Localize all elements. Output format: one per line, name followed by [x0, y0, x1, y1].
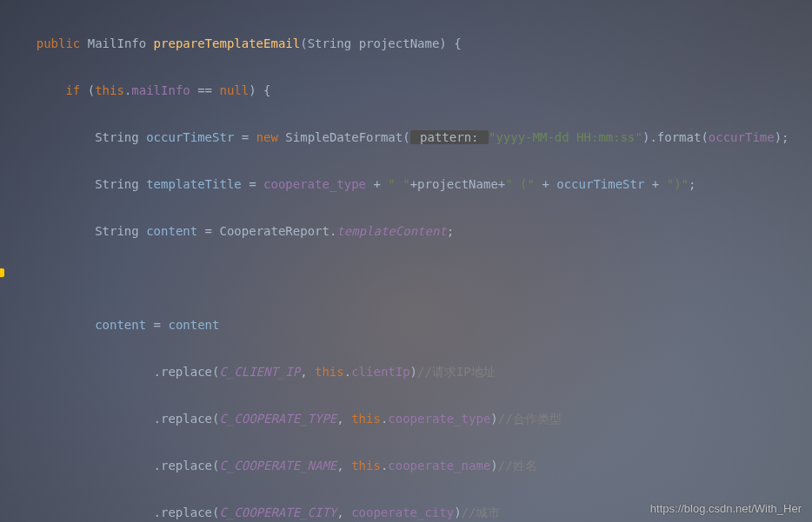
end: ); — [775, 130, 789, 144]
field-occurTime: occurTime — [709, 130, 775, 144]
paren: ( — [403, 130, 409, 144]
field-mailInfo: mailInfo — [131, 83, 190, 97]
comment: //请求IP地址 — [417, 365, 496, 379]
var-occurTimeStr: occurTimeStr — [146, 130, 234, 144]
code-line[interactable]: .replace(C_COOPERATE_NAME, this.cooperat… — [7, 454, 805, 478]
code-line[interactable]: String content = CooperateReport.templat… — [7, 220, 805, 243]
code-line[interactable]: .replace(C_COOPERATE_TYPE, this.cooperat… — [7, 407, 805, 431]
brace: ) { — [249, 83, 270, 97]
param-type: String — [308, 36, 352, 50]
comment: //城市 — [462, 505, 501, 519]
equals: = — [242, 177, 263, 191]
code-line[interactable]: public MailInfo prepareTemplateEmail(Str… — [7, 32, 805, 56]
operator: == — [190, 83, 220, 97]
type-string: String — [95, 177, 139, 191]
paren: ( — [300, 36, 307, 50]
keyword-this: this — [95, 83, 124, 97]
var-templateTitle: templateTitle — [146, 177, 242, 191]
equals: = — [234, 130, 256, 144]
paren: ( — [88, 83, 95, 97]
return-type: MailInfo — [88, 36, 146, 50]
code-line[interactable]: if (this.mailInfo == null) { — [7, 79, 805, 102]
keyword-public: public — [37, 36, 81, 50]
class-name: SimpleDateFormat — [285, 130, 403, 144]
constant: C_COOPERATE_CITY — [219, 505, 336, 519]
comment: //姓名 — [498, 459, 537, 472]
brace: { — [447, 36, 462, 50]
constant: C_COOPERATE_TYPE — [219, 412, 336, 426]
method-call: ).format( — [642, 130, 709, 144]
constant: C_CLIENT_IP — [219, 365, 300, 379]
type-string: String — [95, 224, 139, 238]
string-literal: "yyyy-MM-dd HH:mm:ss" — [489, 130, 642, 144]
code-line[interactable]: content = content — [7, 314, 805, 337]
keyword-if: if — [65, 83, 80, 97]
param-name: projectName — [359, 36, 440, 50]
field: cooperate_type — [263, 177, 366, 191]
keyword-null: null — [219, 83, 249, 97]
type-string: String — [95, 130, 139, 144]
var-content: content — [146, 224, 197, 238]
constant: C_COOPERATE_NAME — [219, 459, 336, 472]
code-line[interactable]: String occurTimeStr = new SimpleDateForm… — [7, 126, 805, 149]
comment: //合作类型 — [498, 412, 562, 426]
method-name: prepareTemplateEmail — [154, 36, 301, 50]
code-line-blank[interactable] — [7, 267, 805, 290]
code-line[interactable]: .replace(C_CLIENT_IP, this.clientIp)//请求… — [7, 360, 805, 384]
parameter-hint: pattern: — [410, 130, 489, 144]
static-field: templateContent — [336, 224, 446, 238]
watermark-text: https://blog.csdn.net/With_Her — [650, 502, 802, 515]
paren: ) — [439, 36, 446, 50]
code-editor[interactable]: public MailInfo prepareTemplateEmail(Str… — [0, 0, 812, 522]
code-line[interactable]: String templateTitle = cooperate_type + … — [7, 173, 805, 196]
keyword-new: new — [256, 130, 278, 144]
